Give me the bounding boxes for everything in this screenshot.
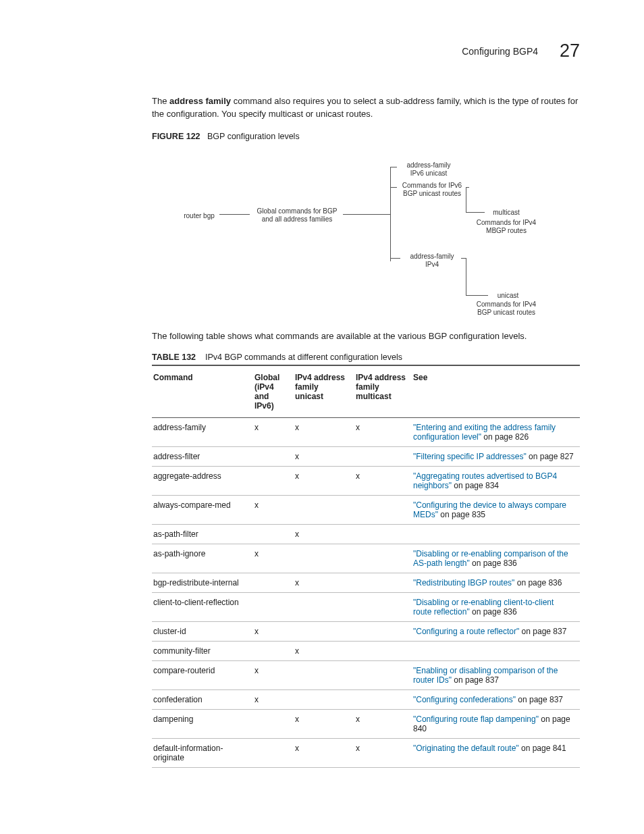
text: family unicast bbox=[295, 382, 323, 401]
fig-multicast: multicast bbox=[486, 209, 527, 217]
cross-ref-link[interactable]: "Configuring the device to always compar… bbox=[413, 500, 566, 519]
text: family bbox=[356, 382, 379, 392]
cell-see bbox=[412, 524, 580, 544]
text: The bbox=[152, 96, 169, 106]
page-ref: on page 836 bbox=[470, 607, 517, 617]
table-row: confederationx"Configuring confederation… bbox=[152, 689, 580, 709]
th-multicast: IPv4 address family multicast bbox=[354, 369, 412, 418]
cell-multicast bbox=[354, 660, 412, 689]
cell-multicast: x bbox=[354, 417, 412, 446]
cell-global bbox=[253, 738, 294, 767]
page-ref: on page 836 bbox=[514, 578, 562, 588]
cell-global bbox=[253, 592, 294, 621]
text: address-family bbox=[406, 161, 450, 169]
cross-ref-link[interactable]: "Configuring confederations" bbox=[413, 695, 516, 704]
commands-table: Command Global (iPv4 and IPv6) IPv4 addr… bbox=[152, 369, 580, 768]
table-row: bgp-redistribute-internalx"Redistributin… bbox=[152, 573, 580, 592]
cell-global: x bbox=[253, 621, 294, 641]
cell-command: address-filter bbox=[152, 446, 253, 466]
cell-see: "Aggregating routes advertised to BGP4 n… bbox=[412, 466, 580, 495]
table-row: as-path-filterx bbox=[152, 524, 580, 544]
cell-multicast bbox=[354, 592, 412, 621]
cell-global bbox=[253, 446, 294, 466]
cell-global bbox=[253, 641, 294, 660]
cell-see bbox=[412, 641, 580, 660]
fig-global: Global commands for BGP and all address … bbox=[253, 207, 341, 224]
page-ref: on page 826 bbox=[481, 432, 529, 442]
cell-global: x bbox=[253, 417, 294, 446]
table-row: community-filterx bbox=[152, 641, 580, 660]
cell-see: "Configuring a route reflector" on page … bbox=[412, 621, 580, 641]
figure-caption: FIGURE 122 BGP configuration levels bbox=[152, 132, 580, 141]
cell-unicast: x bbox=[294, 524, 354, 544]
fig-mbgp: Commands for IPv4 MBGP routes bbox=[473, 219, 540, 236]
cell-command: client-to-client-reflection bbox=[152, 592, 253, 621]
chapter-number: 27 bbox=[560, 41, 580, 61]
cell-multicast: x bbox=[354, 466, 412, 495]
cell-global: x bbox=[253, 544, 294, 573]
cell-multicast: x bbox=[354, 709, 412, 738]
cell-global: x bbox=[253, 689, 294, 709]
th-global: Global (iPv4 and IPv6) bbox=[253, 369, 294, 418]
cell-see: "Disabling or re-enabling client-to-clie… bbox=[412, 592, 580, 621]
page-ref: on page 835 bbox=[438, 510, 485, 519]
table-row: cluster-idx"Configuring a route reflecto… bbox=[152, 621, 580, 641]
cell-unicast: x bbox=[294, 446, 354, 466]
text: IPv4 address bbox=[295, 373, 345, 382]
cell-multicast bbox=[354, 621, 412, 641]
cell-multicast bbox=[354, 689, 412, 709]
cell-command: confederation bbox=[152, 689, 253, 709]
cell-unicast: x bbox=[294, 466, 354, 495]
cross-ref-link[interactable]: "Redistributing IBGP routes" bbox=[413, 578, 514, 588]
cell-command: compare-routerid bbox=[152, 660, 253, 689]
cell-command: cluster-id bbox=[152, 621, 253, 641]
cross-ref-link[interactable]: "Originating the default route" bbox=[413, 744, 519, 753]
cell-command: as-path-filter bbox=[152, 524, 253, 544]
cell-unicast: x bbox=[294, 573, 354, 592]
page-ref: on page 841 bbox=[519, 744, 566, 753]
bold-term: address family bbox=[169, 96, 231, 106]
fig-unicast: unicast bbox=[489, 292, 527, 301]
text: multicast bbox=[356, 392, 392, 401]
cell-global: x bbox=[253, 495, 294, 524]
table-row: always-compare-medx"Configuring the devi… bbox=[152, 495, 580, 524]
table-row: aggregate-addressxx"Aggregating routes a… bbox=[152, 466, 580, 495]
cell-global bbox=[253, 573, 294, 592]
cell-command: community-filter bbox=[152, 641, 253, 660]
cell-see: "Configuring route flap dampening" on pa… bbox=[412, 709, 580, 738]
table-intro: The following table shows what commands … bbox=[152, 330, 580, 343]
cell-command: default-information-originate bbox=[152, 738, 253, 767]
th-command: Command bbox=[152, 369, 253, 418]
cell-multicast bbox=[354, 544, 412, 573]
cross-ref-link[interactable]: "Configuring route flap dampening" bbox=[413, 714, 539, 724]
text: IPv6) bbox=[254, 401, 274, 411]
cell-command: dampening bbox=[152, 709, 253, 738]
page-ref: on page 837 bbox=[516, 695, 563, 704]
text: address-family bbox=[410, 253, 454, 260]
cross-ref-link[interactable]: "Filtering specific IP addresses" bbox=[413, 452, 527, 461]
cross-ref-link[interactable]: "Configuring a route reflector" bbox=[413, 627, 519, 636]
cell-see: "Originating the default route" on page … bbox=[412, 738, 580, 767]
cell-see: "Configuring confederations" on page 837 bbox=[412, 689, 580, 709]
page-header: Configuring BGP4 27 bbox=[152, 41, 580, 61]
fig-ipv4-cmds: Commands for IPv4 BGP unicast routes bbox=[473, 301, 540, 317]
cell-multicast bbox=[354, 641, 412, 660]
cell-unicast bbox=[294, 660, 354, 689]
table-row: compare-routeridx"Enabling or disabling … bbox=[152, 660, 580, 689]
cell-see: "Entering and exiting the address family… bbox=[412, 417, 580, 446]
page-ref: on page 836 bbox=[470, 558, 517, 568]
cell-global bbox=[253, 709, 294, 738]
cell-unicast: x bbox=[294, 738, 354, 767]
table-row: client-to-client-reflection"Disabling or… bbox=[152, 592, 580, 621]
text: IPv4 bbox=[425, 261, 439, 268]
cell-command: as-path-ignore bbox=[152, 544, 253, 573]
text: BGP unicast routes bbox=[477, 309, 535, 316]
text: IPv6 unicast bbox=[410, 170, 447, 177]
cell-command: bgp-redistribute-internal bbox=[152, 573, 253, 592]
table-row: default-information-originatexx"Originat… bbox=[152, 738, 580, 767]
section-title: Configuring BGP4 bbox=[462, 46, 538, 57]
table-row: address-filterx"Filtering specific IP ad… bbox=[152, 446, 580, 466]
text: Commands for IPv6 bbox=[402, 182, 462, 189]
page: Configuring BGP4 27 The address family c… bbox=[0, 0, 644, 795]
table-caption: TABLE 132 IPv4 BGP commands at different… bbox=[152, 353, 580, 366]
